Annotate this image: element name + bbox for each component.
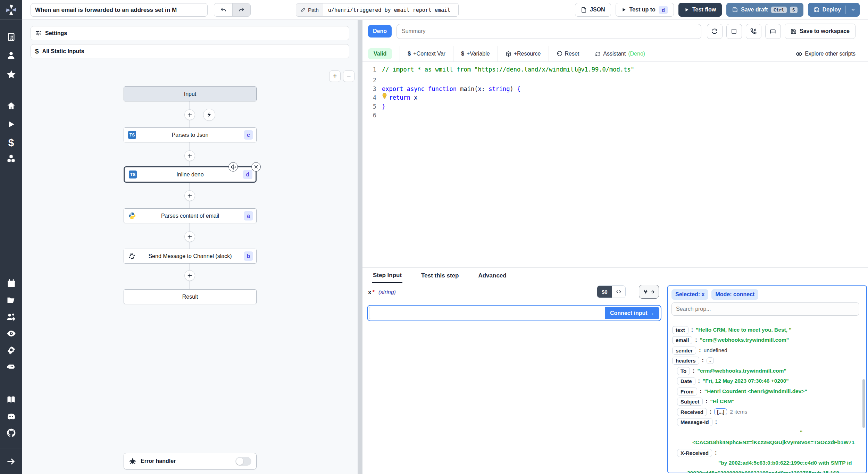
prop-row: sender: undefined — [672, 346, 727, 355]
delete-node-button[interactable] — [251, 162, 261, 172]
code-line-3: export async function main(x: string) { — [382, 84, 868, 93]
play-icon — [621, 7, 626, 12]
assistant-button[interactable]: Assistant (Deno) — [595, 51, 645, 57]
panel-resize-handle[interactable] — [358, 20, 362, 474]
step-id-badge: a — [244, 211, 253, 221]
flow-node-send-slack-message[interactable]: Send Message to Channel (slack) b — [124, 249, 257, 264]
prop-picker-panel: Selected: x Mode: connect text: "Hello C… — [667, 285, 867, 473]
trigger-bolt-button[interactable] — [203, 109, 215, 121]
selected-badge: Selected: x — [671, 289, 708, 300]
flow-settings-row[interactable]: Settings — [31, 26, 349, 40]
flow-node-parses-to-json[interactable]: TS Parses to Json c — [124, 127, 257, 142]
redo-button[interactable] — [232, 3, 250, 16]
save-to-workspace-button[interactable]: Save to workspace — [785, 24, 856, 39]
eye-icon — [796, 51, 802, 57]
prop-search-input[interactable] — [671, 302, 859, 316]
save-draft-button[interactable]: Save draft Ctrl S — [726, 3, 803, 17]
left-sidebar: $ — [0, 0, 22, 474]
add-context-var-button[interactable]: $+Context Var — [408, 51, 445, 57]
collapsed-array-pill[interactable]: [...] — [714, 408, 727, 415]
tab-step-input[interactable]: Step Input — [372, 268, 402, 283]
diff-icon — [769, 28, 776, 35]
play-icon — [684, 7, 689, 12]
json-button[interactable]: JSON — [575, 3, 611, 17]
phone-incoming-icon — [750, 28, 757, 35]
add-resource-button[interactable]: +Resource — [506, 51, 541, 57]
slack-icon — [128, 252, 136, 260]
connect-expression-input[interactable] — [369, 307, 605, 319]
docs-book-icon[interactable] — [0, 395, 22, 405]
flow-node-input[interactable]: Input — [124, 86, 257, 101]
save-icon — [814, 7, 819, 13]
error-handler-node[interactable]: Error handler — [124, 453, 257, 469]
add-step-button[interactable] — [184, 190, 195, 201]
all-static-inputs-row[interactable]: $ All Static Inputs — [31, 44, 349, 58]
phone-incoming-button[interactable] — [746, 24, 761, 39]
prop-row: From: "Henri Courdent <henri@windmill.de… — [677, 386, 807, 396]
prop-row: Subject: "Hi CRM" — [677, 397, 734, 406]
variables-dollar-icon[interactable]: $ — [0, 137, 22, 149]
tab-test-this-step[interactable]: Test this step — [420, 269, 459, 282]
collapse-toggle[interactable]: - — [707, 357, 714, 364]
home-icon[interactable] — [0, 101, 22, 111]
maximize-icon-button[interactable] — [726, 24, 742, 39]
summary-input[interactable] — [397, 24, 701, 39]
groups-users-gear-icon[interactable] — [0, 312, 22, 322]
test-up-to-button[interactable]: Test up to d — [616, 3, 674, 17]
windmill-logo-icon[interactable] — [0, 3, 22, 17]
deploy-button[interactable]: Deploy — [808, 3, 860, 17]
undo-redo-group — [214, 3, 251, 17]
diff-icon-button[interactable] — [765, 24, 781, 39]
flow-node-parses-content[interactable]: Parses content of email a — [124, 208, 257, 223]
move-node-button[interactable] — [228, 162, 238, 172]
resources-cubes-icon[interactable] — [0, 154, 22, 164]
folders-icon[interactable] — [0, 296, 22, 305]
top-bar: Path u/henri/triggered_by_email_report_e… — [22, 0, 868, 20]
audit-eye-icon[interactable] — [0, 329, 22, 339]
plug-icon — [643, 289, 649, 295]
code-editor[interactable]: 1 2 3 4 5 6 // import * as wmill from "h… — [362, 62, 868, 267]
tree-scrollbar[interactable] — [862, 379, 865, 428]
star-icon[interactable] — [0, 69, 22, 80]
runs-play-icon[interactable] — [0, 120, 22, 129]
static-mode-segment[interactable]: $0 — [597, 286, 612, 298]
expand-arrow-icon[interactable] — [0, 457, 22, 466]
add-step-button[interactable] — [184, 270, 195, 281]
script-editor-panel: Deno Save to workspace Valid $+C — [362, 20, 868, 474]
kbd-s: S — [790, 7, 798, 13]
workspace-building-icon[interactable] — [0, 32, 22, 42]
add-step-button[interactable] — [184, 109, 195, 120]
github-icon[interactable] — [0, 428, 22, 438]
test-flow-button[interactable]: Test flow — [678, 3, 722, 17]
error-handler-toggle[interactable] — [235, 457, 251, 466]
flow-title-input[interactable] — [31, 3, 208, 17]
prop-row: Message-Id: — [677, 417, 717, 427]
prop-row: headers: - — [672, 356, 714, 365]
path-field[interactable]: Path u/henri/triggered_by_email_report_e… — [296, 3, 459, 17]
schedules-calendar-icon[interactable] — [0, 279, 22, 288]
connect-input-button[interactable]: Connect input → — [605, 307, 659, 319]
reset-button[interactable]: Reset — [557, 51, 579, 57]
user-icon[interactable] — [0, 50, 22, 60]
add-variable-button[interactable]: $+Variable — [461, 51, 490, 57]
settings-gear-icon[interactable] — [0, 345, 22, 355]
input-mode-toggle[interactable]: $0 — [597, 285, 626, 298]
sync-icon-button[interactable] — [707, 24, 723, 39]
zoom-out-button[interactable]: − — [343, 70, 354, 82]
add-step-button[interactable] — [184, 150, 195, 161]
prop-value-wrap-line: 20020ad45c63000000b00622199cc4d0mr130276… — [687, 468, 866, 473]
save-icon — [791, 28, 796, 34]
connect-mode-button[interactable] — [639, 285, 659, 299]
code-mode-segment[interactable] — [612, 286, 625, 298]
language-badge: Deno — [368, 25, 392, 38]
workers-robot-icon[interactable] — [0, 361, 22, 371]
zoom-in-button[interactable]: + — [329, 70, 341, 82]
explore-other-scripts-button[interactable]: Explore other scripts — [796, 51, 856, 57]
add-step-button[interactable] — [184, 231, 195, 242]
flow-node-result[interactable]: Result — [124, 289, 257, 304]
prop-row: Received: [...] 2 items — [677, 407, 747, 417]
undo-button[interactable] — [214, 3, 232, 16]
tab-advanced[interactable]: Advanced — [477, 269, 507, 282]
discord-icon[interactable] — [0, 411, 22, 422]
mode-badge: Mode: connect — [711, 289, 758, 300]
